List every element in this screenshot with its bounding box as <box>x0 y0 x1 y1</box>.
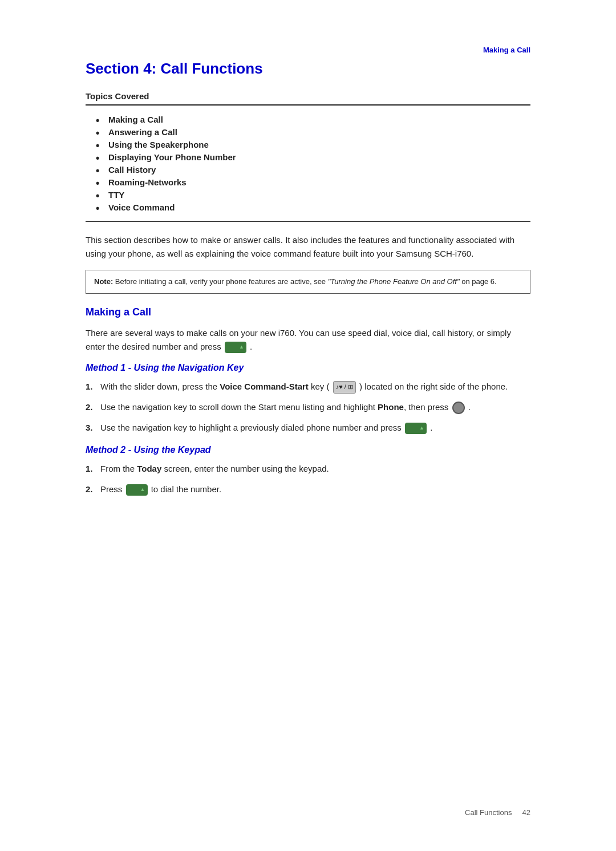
phone-send-icon <box>126 484 148 496</box>
body-text-period: . <box>250 342 252 351</box>
step-num: 1. <box>86 462 100 476</box>
step-num: 3. <box>86 421 100 435</box>
method1-step-2: 2. Use the navigation key to scroll down… <box>86 400 530 414</box>
method1-title: Method 1 - Using the Navigation Key <box>86 363 530 373</box>
list-item: Using the Speakerphone <box>96 140 530 149</box>
method2-step-1: 1. From the Today screen, enter the numb… <box>86 462 530 476</box>
step-content: With the slider down, press the Voice Co… <box>100 380 530 394</box>
list-item: Displaying Your Phone Number <box>96 152 530 162</box>
top-right-header: Making a Call <box>86 46 530 54</box>
step-content: From the Today screen, enter the number … <box>100 462 530 476</box>
method1-step-1: 1. With the slider down, press the Voice… <box>86 380 530 394</box>
list-item: Roaming-Networks <box>96 177 530 187</box>
method1-steps: 1. With the slider down, press the Voice… <box>86 380 530 435</box>
divider-top <box>86 104 530 106</box>
making-a-call-body: There are several ways to make calls on … <box>86 326 530 354</box>
topics-list: Making a Call Answering a Call Using the… <box>96 115 530 212</box>
phone-send-icon <box>225 342 246 353</box>
body-text-pre: There are several ways to make calls on … <box>86 328 511 351</box>
divider-bottom-topics <box>86 221 530 222</box>
step-content: Press to dial the number. <box>100 483 530 496</box>
topics-covered-label: Topics Covered <box>86 91 530 101</box>
step-content: Use the navigation key to highlight a pr… <box>100 421 530 435</box>
nav-center-icon <box>452 402 465 414</box>
note-text: Before initiating a call, verify your ph… <box>115 277 497 286</box>
footer-label: Call Functions <box>465 808 512 817</box>
intro-text: This section describes how to make or an… <box>86 233 530 261</box>
list-item: Answering a Call <box>96 127 530 137</box>
list-item: Call History <box>96 165 530 175</box>
list-item: TTY <box>96 190 530 200</box>
method2-steps: 1. From the Today screen, enter the numb… <box>86 462 530 496</box>
method2-title: Method 2 - Using the Keypad <box>86 445 530 455</box>
phone-send-icon <box>405 423 427 434</box>
footer-page-number: 42 <box>522 808 530 817</box>
list-item: Making a Call <box>96 115 530 124</box>
step-num: 2. <box>86 400 100 414</box>
header-making-a-call: Making a Call <box>483 46 530 54</box>
method1-step-3: 3. Use the navigation key to highlight a… <box>86 421 530 435</box>
voice-command-icon: ♪♥ / ⊞ <box>333 381 356 394</box>
step-content: Use the navigation key to scroll down th… <box>100 400 530 414</box>
note-box: Note: Before initiating a call, verify y… <box>86 270 530 294</box>
step-num: 2. <box>86 483 100 496</box>
method2-step-2: 2. Press to dial the number. <box>86 483 530 496</box>
list-item: Voice Command <box>96 202 530 212</box>
section-title: Section 4: Call Functions <box>86 60 530 78</box>
footer: Call Functions 42 <box>465 808 530 817</box>
note-label: Note: <box>94 277 113 286</box>
page-content: Making a Call Section 4: Call Functions … <box>86 0 530 552</box>
step-num: 1. <box>86 380 100 394</box>
footer-page <box>514 808 520 817</box>
making-a-call-title: Making a Call <box>86 306 530 318</box>
